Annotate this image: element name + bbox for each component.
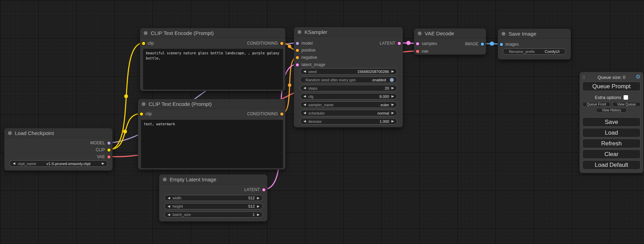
latent-port-icon[interactable] [398,42,401,45]
decrement-arrow-icon[interactable]: ◀ [303,111,306,115]
clip-port-icon[interactable] [140,112,143,116]
width-widget[interactable]: ◀ width 512 ▶ [164,195,263,201]
input-negative[interactable]: negative [296,54,317,61]
input-images[interactable]: images [500,41,519,47]
node-ksampler[interactable]: KSampler model positive negative latent_… [294,27,403,127]
output-latent[interactable]: LATENT [380,40,401,46]
input-model[interactable]: model [296,40,313,46]
image-port-icon[interactable] [481,43,484,46]
increment-arrow-icon[interactable]: ▶ [391,103,394,106]
output-image[interactable]: IMAGE [465,41,484,47]
vae-port-icon[interactable] [416,50,419,53]
decrement-arrow-icon[interactable]: ◀ [168,197,170,200]
node-title-bar[interactable]: KSampler [294,27,403,37]
increment-arrow-icon[interactable]: ▶ [391,111,394,115]
output-conditioning[interactable]: CONDITIONING [247,40,283,46]
collapse-dot-icon[interactable] [163,178,167,181]
cfg-widget[interactable]: ◀ cfg 8.000 ▶ [300,93,397,100]
collapse-dot-icon[interactable] [142,102,145,106]
batch-size-widget[interactable]: ◀ batch_size 1 ▶ [164,211,263,218]
node-title-bar[interactable]: VAE Decode [414,29,486,38]
decrement-arrow-icon[interactable]: ◀ [303,70,306,73]
decrement-arrow-icon[interactable]: ◀ [303,95,306,98]
latent-port-icon[interactable] [416,42,419,45]
vae-port-icon[interactable] [107,155,111,159]
collapse-dot-icon[interactable] [8,131,12,135]
input-samples[interactable]: samples [416,40,437,47]
filename-prefix-widget[interactable]: filename_prefix ComfyUI [503,48,566,55]
latent-port-icon[interactable] [262,188,265,191]
denoise-widget[interactable]: ◀ denoise 1.000 ▶ [300,118,397,125]
node-empty-latent-image[interactable]: Empty Latent Image LATENT ◀ width 512 ▶ … [159,174,267,222]
save-button[interactable]: Save [582,117,641,127]
link-midpoint-dot[interactable] [406,41,411,45]
node-title-bar[interactable]: Save Image [498,29,571,39]
node-clip-text-encode-positive[interactable]: CLIP Text Encode (Prompt) clip CONDITION… [140,28,285,91]
positive-prompt-textarea[interactable]: beautiful scenery nature glass bottle la… [143,49,283,90]
load-button[interactable]: Load [582,128,641,137]
increment-arrow-icon[interactable]: ▶ [391,120,394,123]
output-vae[interactable]: VAE [97,154,111,160]
input-clip[interactable]: clip [142,40,154,46]
node-title-bar[interactable]: CLIP Text Encode (Prompt) [140,28,285,38]
node-title-bar[interactable]: Load Checkpoint [5,128,112,138]
node-load-checkpoint[interactable]: Load Checkpoint MODEL CLIP VAE ◀ ckpt_na… [4,128,113,171]
conditioning-port-icon[interactable] [280,112,283,116]
conditioning-port-icon[interactable] [296,56,299,59]
gear-icon[interactable]: ⚙ [636,74,641,80]
output-model[interactable]: MODEL [90,140,111,146]
node-title-bar[interactable]: CLIP Text Encode (Prompt) [138,99,285,109]
input-clip[interactable]: clip [140,111,152,117]
increment-arrow-icon[interactable]: ▶ [391,87,394,90]
collapse-dot-icon[interactable] [298,30,301,34]
link-midpoint-dot[interactable] [288,83,291,87]
image-port-icon[interactable] [500,43,503,46]
collapse-dot-icon[interactable] [502,32,505,36]
output-clip[interactable]: CLIP [96,147,111,153]
clip-port-icon[interactable] [142,42,145,45]
extra-options-checkbox[interactable] [624,95,628,100]
decrement-arrow-icon[interactable]: ◀ [168,213,170,216]
increment-arrow-icon[interactable]: ▶ [257,197,259,200]
link-midpoint-dot[interactable] [490,42,494,46]
node-save-image[interactable]: Save Image images filename_prefix ComfyU… [498,29,571,60]
view-queue-button[interactable]: View Queue [612,102,641,107]
toggle-on-icon[interactable] [390,78,394,82]
link-midpoint-dot[interactable] [123,130,127,134]
link-midpoint-dot[interactable] [124,94,128,98]
decrement-arrow-icon[interactable]: ◀ [303,103,306,106]
output-latent[interactable]: LATENT [244,187,265,193]
steps-widget[interactable]: ◀ steps 20 ▶ [300,85,397,91]
graph-canvas[interactable]: Load Checkpoint MODEL CLIP VAE ◀ ckpt_na… [0,0,644,244]
input-vae[interactable]: vae [416,48,428,54]
increment-arrow-icon[interactable]: ▶ [102,162,104,165]
conditioning-port-icon[interactable] [280,42,283,45]
model-port-icon[interactable] [296,42,299,45]
ckpt-name-widget[interactable]: ◀ ckpt_name v1-5-pruned-emaonly.ckpt ▶ [9,160,108,167]
node-title-bar[interactable]: Empty Latent Image [159,175,267,184]
increment-arrow-icon[interactable]: ▶ [391,70,394,73]
decrement-arrow-icon[interactable]: ◀ [303,87,306,90]
random-seed-widget[interactable]: Random seed after every gen enabled [300,76,397,83]
height-widget[interactable]: ◀ height 512 ▶ [164,203,263,209]
increment-arrow-icon[interactable]: ▶ [257,213,259,216]
input-latent-image[interactable]: latent_image [296,62,325,68]
load-default-button[interactable]: Load Default [582,160,641,170]
scheduler-widget[interactable]: ◀ scheduler normal ▶ [300,110,397,116]
queue-panel[interactable]: Queue size: 0 ⚙ Queue Prompt Extra optio… [580,72,643,173]
decrement-arrow-icon[interactable]: ◀ [168,205,170,208]
view-history-button[interactable]: View History [596,108,627,112]
clear-button[interactable]: Clear [582,150,641,159]
clip-port-icon[interactable] [107,148,111,152]
output-conditioning[interactable]: CONDITIONING [247,111,283,117]
node-clip-text-encode-negative[interactable]: CLIP Text Encode (Prompt) clip CONDITION… [138,99,285,170]
decrement-arrow-icon[interactable]: ◀ [303,120,306,123]
latent-port-icon[interactable] [296,63,299,66]
negative-prompt-textarea[interactable]: text, watermark [141,120,283,168]
model-port-icon[interactable] [107,142,111,145]
increment-arrow-icon[interactable]: ▶ [257,205,259,208]
link-midpoint-dot[interactable] [288,45,291,48]
conditioning-port-icon[interactable] [296,49,299,52]
decrement-arrow-icon[interactable]: ◀ [13,162,15,165]
queue-prompt-button[interactable]: Queue Prompt [582,82,641,91]
